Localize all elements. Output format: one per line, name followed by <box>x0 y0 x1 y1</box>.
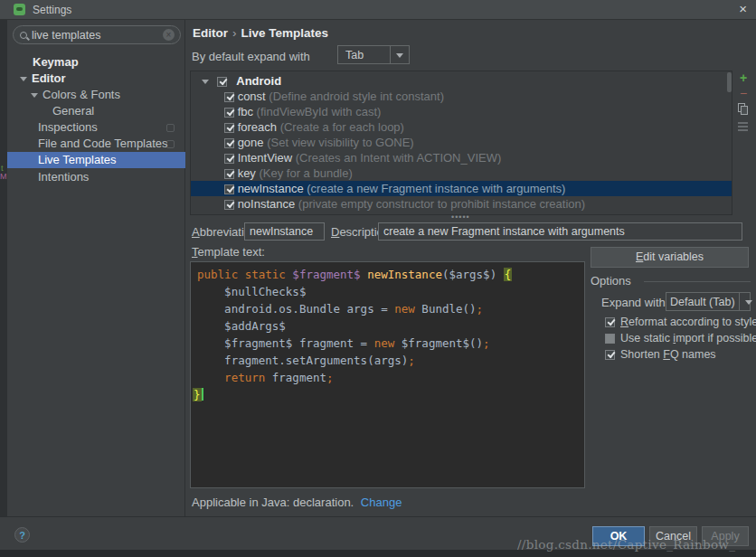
sidebar-item-label: Colors & Fonts <box>43 88 120 101</box>
change-context-link[interactable]: Change <box>361 496 402 509</box>
template-name: const <box>238 90 266 103</box>
template-group-row[interactable]: Android <box>191 73 732 89</box>
sidebar-item-label: Inspections <box>38 120 98 134</box>
sidebar-item-label: Keymap <box>33 55 79 69</box>
template-checkbox[interactable] <box>224 200 234 210</box>
checkbox-icon <box>605 334 615 344</box>
template-name: IntentView <box>238 151 292 165</box>
template-text-label: Template text: <box>192 245 265 259</box>
text-caret <box>202 388 203 401</box>
template-checkbox[interactable] <box>224 123 234 133</box>
add-template-icon[interactable]: + <box>735 71 751 85</box>
abbreviation-input[interactable]: newInstance <box>244 222 325 241</box>
template-desc: (Creates an Intent with ACTION_VIEW) <box>296 151 502 165</box>
group-checkbox[interactable] <box>217 77 227 87</box>
live-templates-list[interactable]: Android const (Define android style int … <box>190 71 732 215</box>
template-checkbox[interactable] <box>224 138 234 148</box>
template-checkbox[interactable] <box>224 184 234 194</box>
sidebar-item-live-templates[interactable]: Live Templates <box>7 152 185 168</box>
copy-icon <box>741 106 748 115</box>
sidebar-item-keymap[interactable]: Keymap <box>7 54 185 71</box>
template-name: key <box>238 166 256 180</box>
template-name: foreach <box>238 120 277 134</box>
modified-indicator-icon <box>166 124 175 132</box>
edge-text-fragment: M <box>0 173 7 181</box>
template-checkbox[interactable] <box>224 108 234 118</box>
reformat-checkbox[interactable]: Reformat according to style <box>605 316 756 328</box>
sidebar-item-inspections[interactable]: Inspections <box>7 119 185 136</box>
template-checkbox[interactable] <box>224 154 234 164</box>
sidebar-item-general[interactable]: General <box>7 103 185 119</box>
chevron-down-icon[interactable] <box>31 93 38 98</box>
sidebar-item-colors-fonts[interactable]: Colors & Fonts <box>7 87 185 103</box>
applicable-text: Applicable in Java: declaration. <box>192 496 354 509</box>
template-name: gone <box>238 136 264 149</box>
template-checkbox[interactable] <box>224 169 234 179</box>
template-desc: (private empty constructor to prohibit i… <box>298 197 585 211</box>
template-row[interactable]: const (Define android style int constant… <box>191 89 732 104</box>
code-line: } <box>193 386 203 403</box>
window-title: Settings <box>33 4 71 16</box>
restore-defaults-icon[interactable] <box>735 119 751 134</box>
chevron-down-icon[interactable] <box>390 46 409 63</box>
description-input[interactable]: create a new Fragment instance with argu… <box>378 222 742 241</box>
edit-variables-button[interactable]: Edit variables <box>591 247 749 268</box>
checkbox-icon <box>605 317 615 327</box>
sidebar-item-file-code-templates[interactable]: File and Code Templates <box>7 136 185 152</box>
template-checkbox[interactable] <box>224 92 234 102</box>
group-label: Android <box>236 74 281 88</box>
breadcrumb: Editor›Live Templates <box>193 26 328 40</box>
clear-search-icon[interactable]: × <box>163 29 175 41</box>
watermark-text: //blog.csdn.net/Captive_Rainbow_ <box>517 537 735 552</box>
search-value: live templates <box>32 29 100 42</box>
template-desc: (Set view visibility to GONE) <box>267 136 414 149</box>
template-row[interactable]: key (Key for a bundle) <box>191 165 732 181</box>
template-desc: (Define android style int constant) <box>269 90 444 103</box>
sidebar-item-label: File and Code Templates <box>38 137 168 150</box>
template-row[interactable]: fbc (findViewById with cast) <box>191 104 732 119</box>
template-row[interactable]: gone (Set view visibility to GONE) <box>191 135 732 150</box>
list-scrollbar[interactable] <box>727 72 732 92</box>
sidebar-item-editor[interactable]: Editor <box>7 71 185 87</box>
splitter-handle[interactable]: ••••• <box>451 212 470 222</box>
default-expand-select[interactable]: Tab <box>337 45 410 64</box>
template-row[interactable]: foreach (Create a for each loop) <box>191 119 732 135</box>
template-desc: (create a new Fragment instance with arg… <box>307 182 565 195</box>
template-row[interactable]: noInstance (private empty constructor to… <box>191 196 732 212</box>
expand-with-label: Expand with <box>601 296 666 309</box>
template-name: fbc <box>238 105 253 118</box>
background-window-edge: t M s T <box>0 20 7 550</box>
template-desc: (Key for a bundle) <box>259 166 352 180</box>
template-desc: (Create a for each loop) <box>280 120 404 134</box>
static-import-checkbox[interactable]: Use static import if possible <box>605 332 756 345</box>
sidebar-item-intentions[interactable]: Intentions <box>7 169 185 185</box>
template-row[interactable]: IntentView (Creates an Intent with ACTIO… <box>191 150 732 165</box>
sidebar-item-label: Intentions <box>38 170 89 184</box>
shorten-fq-checkbox[interactable]: Shorten FQ names <box>605 348 716 361</box>
chevron-down-icon[interactable] <box>20 77 27 81</box>
breadcrumb-separator: › <box>228 26 241 40</box>
close-icon[interactable]: × <box>739 1 747 16</box>
applicable-context-row: Applicable in Java: declaration. Change <box>192 496 402 509</box>
code-line: fragment.setArguments(args); <box>197 352 415 369</box>
duplicate-template-icon[interactable] <box>735 101 751 116</box>
expand-with-select[interactable]: Default (Tab) <box>666 292 751 311</box>
sidebar-item-label: General <box>52 104 94 118</box>
help-button[interactable]: ? <box>14 527 30 543</box>
breadcrumb-live-templates: Live Templates <box>241 26 329 40</box>
code-line: $addArgs$ <box>197 317 286 335</box>
chevron-down-icon[interactable] <box>202 80 209 84</box>
modified-indicator-icon <box>166 140 175 148</box>
template-name: noInstance <box>238 197 296 211</box>
default-expand-label: By default expand with <box>192 50 310 63</box>
breadcrumb-editor[interactable]: Editor <box>193 26 228 40</box>
template-name: newInstance <box>238 182 304 195</box>
code-line: android.os.Bundle args = new Bundle(); <box>197 300 483 317</box>
chevron-down-icon[interactable] <box>739 293 750 310</box>
settings-search-input[interactable]: live templates × <box>13 25 181 44</box>
remove-template-icon[interactable]: − <box>735 86 751 100</box>
template-text-editor[interactable]: public static $fragment$ newInstance($ar… <box>190 261 585 488</box>
checkbox-icon <box>605 350 615 360</box>
template-row-selected[interactable]: newInstance (create a new Fragment insta… <box>191 181 732 196</box>
code-line: return fragment; <box>197 369 334 386</box>
